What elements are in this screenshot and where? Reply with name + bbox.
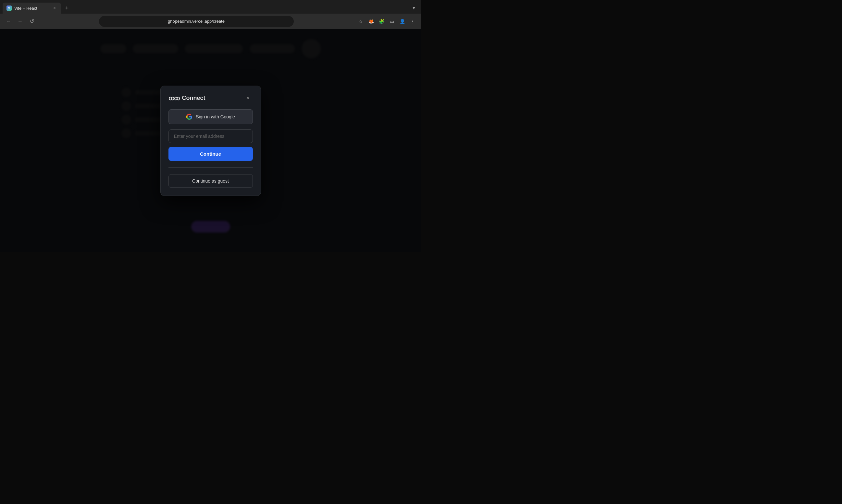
url-text: ghopeadmin.vercel.app/create	[104, 19, 289, 24]
address-bar: ← → ↺ ghopeadmin.vercel.app/create ☆ 🦊 🧩…	[0, 14, 421, 29]
tab-favicon: V	[6, 5, 12, 11]
modal-close-button[interactable]: ×	[244, 94, 253, 103]
extensions-icon[interactable]: 🧩	[377, 17, 386, 26]
forward-button[interactable]: →	[16, 17, 25, 26]
active-tab[interactable]: V Vite + React ×	[3, 3, 61, 14]
firefox-icon[interactable]: 🦊	[366, 17, 376, 26]
modal-divider	[169, 167, 253, 168]
tab-title: Vite + React	[14, 6, 37, 11]
modal-title-group: ꝏꝏ Connect	[169, 95, 205, 102]
google-signin-label: Sign in with Google	[196, 114, 235, 119]
browser-chrome: V Vite + React × + ▼ ← → ↺ ghopeadmin.ve…	[0, 0, 421, 29]
page-content: ꝏꝏ Connect × Sign in with Google Con	[0, 29, 421, 252]
reload-button[interactable]: ↺	[27, 17, 36, 26]
w-logo-icon: ꝏꝏ	[169, 95, 179, 102]
bookmark-button[interactable]: ☆	[356, 17, 365, 26]
email-input[interactable]	[169, 129, 253, 143]
sidebar-icon[interactable]: ▭	[387, 17, 396, 26]
profile-icon[interactable]: 👤	[398, 17, 407, 26]
continue-label: Continue	[200, 151, 221, 157]
back-button[interactable]: ←	[4, 17, 13, 26]
modal-title: Connect	[182, 95, 205, 102]
google-icon	[186, 113, 192, 120]
menu-button[interactable]: ⋮	[408, 17, 417, 26]
tab-menu-button[interactable]: ▼	[409, 4, 418, 13]
continue-button[interactable]: Continue	[169, 147, 253, 161]
modal-overlay: ꝏꝏ Connect × Sign in with Google Con	[0, 29, 421, 252]
tab-bar: V Vite + React × + ▼	[0, 0, 421, 14]
guest-button[interactable]: Continue as guest	[169, 174, 253, 188]
new-tab-button[interactable]: +	[62, 4, 71, 13]
google-signin-button[interactable]: Sign in with Google	[169, 109, 253, 124]
url-bar[interactable]: ghopeadmin.vercel.app/create	[99, 16, 294, 27]
guest-label: Continue as guest	[192, 178, 229, 184]
vite-icon: V	[6, 5, 12, 11]
toolbar-icons: ☆ 🦊 🧩 ▭ 👤 ⋮	[356, 17, 417, 26]
modal-header: ꝏꝏ Connect ×	[169, 94, 253, 103]
connect-modal: ꝏꝏ Connect × Sign in with Google Con	[160, 86, 261, 196]
tab-close-button[interactable]: ×	[52, 5, 57, 11]
